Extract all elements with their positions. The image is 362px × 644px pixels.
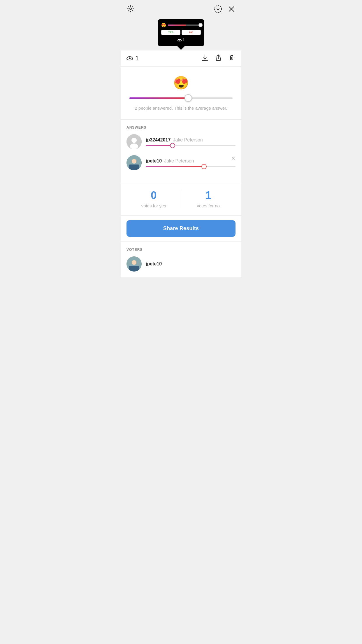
share-section: Share Results (121, 216, 241, 242)
no-count: 1 (205, 189, 211, 202)
svg-point-4 (130, 144, 138, 149)
answer-content-1: jp32442017 Jake Peterson (146, 137, 236, 146)
answer-item-2: jpete10 Jake Peterson ✕ (126, 155, 236, 170)
main-emoji: 😍 (173, 75, 189, 90)
preview-eye-icon (178, 39, 182, 41)
preview-view-count: 1 (161, 38, 201, 42)
view-count: 1 (126, 55, 139, 62)
preview-slider-track (168, 24, 201, 26)
preview-no-button[interactable]: NO (182, 30, 201, 35)
votes-for-no-box: 1 votes for no (181, 189, 236, 208)
share-results-button[interactable]: Share Results (126, 220, 236, 237)
main-slider-wrapper (129, 95, 233, 101)
display-name-1: Jake Peterson (173, 137, 203, 143)
share-action-icon[interactable] (215, 54, 222, 63)
display-name-2: Jake Peterson (164, 158, 194, 164)
svg-point-0 (130, 8, 131, 10)
action-bar: 1 (121, 50, 241, 66)
delete-action-icon[interactable] (228, 54, 236, 63)
view-count-number: 1 (135, 55, 139, 62)
top-bar (121, 0, 241, 19)
answers-section: ANSWERS jp32442017 Jake Peterson (121, 120, 241, 182)
action-icons (201, 54, 236, 63)
preview-card-wrapper: 😍 YES NO 1 (121, 19, 241, 46)
slider-caption: 2 people answered. This is the average a… (135, 106, 227, 111)
preview-arrow (121, 46, 241, 50)
answer-names-2: jpete10 Jake Peterson (146, 158, 236, 164)
svg-rect-8 (129, 164, 139, 170)
preview-slider-row: 😍 (161, 23, 201, 27)
download-icon[interactable] (214, 5, 222, 14)
avatar-jp32442017 (126, 134, 142, 149)
answer-slider-fill-2 (146, 166, 204, 167)
main-slider-track (129, 97, 233, 99)
voter-item: jpete10 (126, 256, 236, 272)
answer-slider-track-2 (146, 166, 236, 167)
answer-names-1: jp32442017 Jake Peterson (146, 137, 236, 143)
preview-count: 1 (183, 38, 185, 42)
preview-buttons: YES NO (161, 30, 201, 35)
voter-username: jpete10 (146, 261, 162, 267)
answer-slider-track-1 (146, 145, 236, 146)
preview-emoji: 😍 (161, 23, 166, 27)
slider-section: 😍 2 people answered. This is the average… (121, 66, 241, 120)
eye-icon (126, 56, 133, 60)
preview-slider-fill (168, 24, 186, 26)
top-bar-right (214, 5, 236, 14)
svg-point-10 (132, 260, 136, 265)
settings-icon[interactable] (126, 5, 135, 15)
no-label: votes for no (197, 203, 220, 208)
avatar-jpete10 (126, 155, 142, 170)
preview-slider-thumb (198, 23, 203, 27)
username-1: jp32442017 (146, 137, 171, 143)
answer-close-button[interactable]: ✕ (231, 155, 236, 162)
download-action-icon[interactable] (201, 54, 209, 63)
close-icon[interactable] (227, 5, 236, 14)
main-slider-thumb (184, 94, 192, 102)
answer-slider-thumb-2 (201, 164, 207, 169)
votes-for-yes-box: 0 votes for yes (126, 189, 181, 208)
voters-title: VOTERS (126, 248, 236, 252)
preview-card: 😍 YES NO 1 (158, 19, 204, 46)
answers-title: ANSWERS (126, 125, 236, 130)
username-2: jpete10 (146, 158, 162, 164)
answer-item: jp32442017 Jake Peterson (126, 134, 236, 149)
preview-yes-button[interactable]: YES (161, 30, 180, 35)
voter-avatar-jpete10 (126, 256, 142, 272)
yes-count: 0 (151, 189, 157, 202)
answer-slider-thumb-1 (170, 143, 175, 148)
svg-point-3 (131, 138, 137, 143)
yes-label: votes for yes (141, 203, 166, 208)
voters-section: VOTERS jpete10 (121, 242, 241, 277)
answer-slider-fill-1 (146, 145, 173, 146)
answer-content-2: jpete10 Jake Peterson (146, 158, 236, 167)
svg-point-6 (132, 159, 136, 164)
main-slider-fill (129, 97, 188, 99)
votes-section: 0 votes for yes 1 votes for no (121, 182, 241, 216)
svg-rect-12 (129, 266, 139, 272)
